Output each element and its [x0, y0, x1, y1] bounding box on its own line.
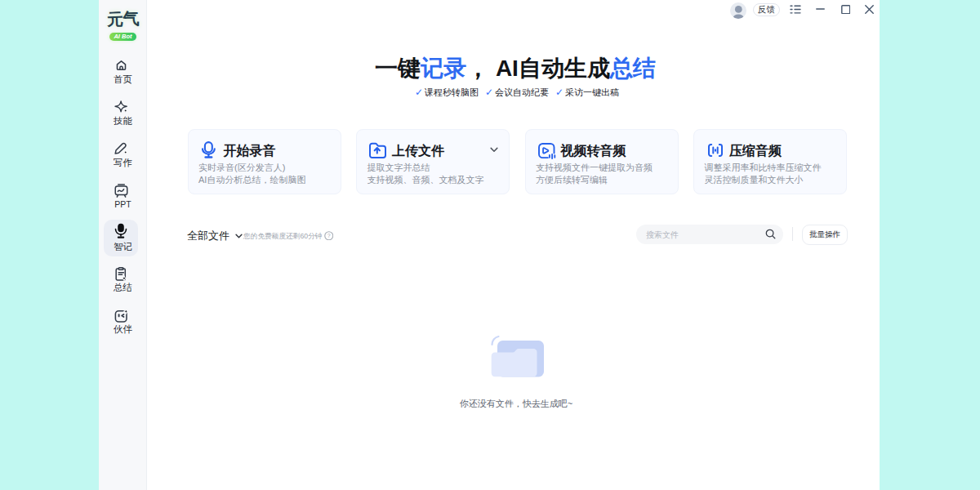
svg-text:?: ?: [327, 233, 330, 238]
